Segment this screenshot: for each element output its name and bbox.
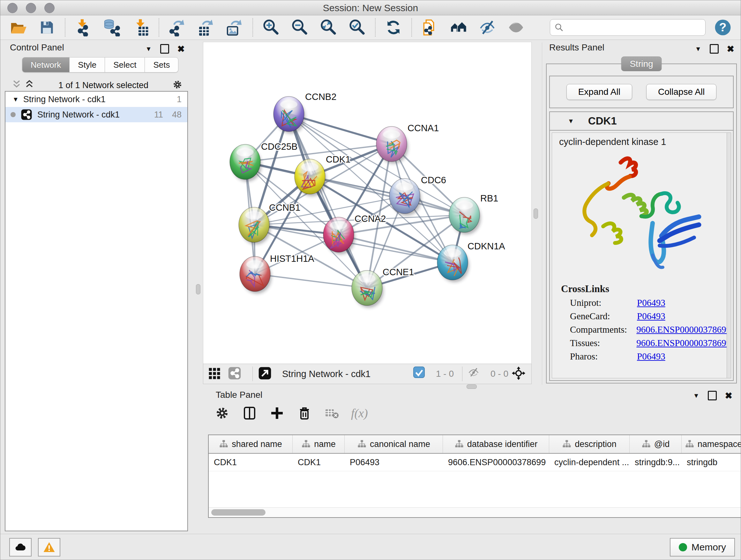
create-column-icon[interactable] bbox=[269, 405, 285, 422]
table-options-gear-icon[interactable] bbox=[214, 405, 230, 422]
float-panel-icon[interactable] bbox=[710, 44, 719, 54]
right-splitter-handle[interactable] bbox=[534, 208, 538, 219]
crosslink-link[interactable]: 9606.ENSP00000378699 bbox=[636, 324, 731, 335]
app-window: Session: New Session ? Control Panel ▼ ✖… bbox=[0, 0, 741, 560]
export-table-icon[interactable] bbox=[196, 18, 215, 37]
crosslink-label: GeneCard: bbox=[570, 311, 637, 321]
export-image-icon[interactable] bbox=[225, 18, 244, 37]
column-header-shared-name[interactable]: shared name bbox=[209, 435, 293, 453]
crosslink-link[interactable]: P06493 bbox=[637, 351, 665, 362]
tree-expand-icon[interactable]: ▼ bbox=[12, 96, 19, 103]
network-collection-row[interactable]: ▼ String Network - cdk1 1 bbox=[5, 91, 187, 107]
collection-count: 1 bbox=[177, 95, 182, 105]
network-options-gear-icon[interactable] bbox=[172, 79, 183, 91]
zoom-selected-icon[interactable] bbox=[347, 18, 367, 37]
svg-text:CDK1: CDK1 bbox=[326, 154, 350, 165]
import-network-file-icon[interactable] bbox=[74, 18, 93, 37]
float-panel-icon[interactable] bbox=[708, 391, 717, 400]
help-button[interactable]: ? bbox=[714, 18, 732, 37]
crosslink-row: Tissues:9606.ENSP00000378699 bbox=[570, 338, 731, 348]
hide-selected-icon[interactable] bbox=[478, 18, 497, 37]
delete-column-trash-icon[interactable] bbox=[296, 405, 313, 422]
tab-sets[interactable]: Sets bbox=[145, 57, 179, 72]
network-share-view-icon[interactable] bbox=[227, 366, 243, 381]
collapse-gene-icon[interactable]: ▼ bbox=[568, 118, 574, 125]
close-panel-icon[interactable]: ✖ bbox=[727, 44, 734, 54]
crosslink-row: Uniprot:P06493 bbox=[570, 298, 731, 308]
left-splitter-handle[interactable] bbox=[196, 284, 200, 294]
column-header-name[interactable]: name bbox=[293, 435, 345, 453]
selected-checkbox-icon[interactable] bbox=[413, 366, 428, 381]
show-all-icon[interactable] bbox=[507, 18, 526, 37]
detach-view-icon[interactable] bbox=[258, 366, 273, 381]
table-horizontal-scrollbar[interactable] bbox=[209, 507, 741, 517]
close-panel-icon[interactable]: ✖ bbox=[178, 44, 185, 54]
zoom-fit-icon[interactable] bbox=[319, 18, 338, 37]
tab-style[interactable]: Style bbox=[70, 57, 105, 72]
memory-button[interactable]: Memory bbox=[670, 538, 735, 557]
svg-text:HIST1H1A: HIST1H1A bbox=[270, 253, 314, 264]
control-panel: Control Panel ▼ ✖ NetworkStyleSelectSets… bbox=[3, 43, 189, 531]
save-session-icon[interactable] bbox=[37, 18, 57, 37]
close-panel-icon[interactable]: ✖ bbox=[725, 390, 732, 401]
delete-table-icon[interactable] bbox=[324, 405, 340, 422]
tab-select[interactable]: Select bbox=[105, 57, 145, 72]
panel-menu-icon[interactable]: ▼ bbox=[693, 392, 699, 399]
zoom-in-icon[interactable] bbox=[261, 18, 280, 37]
svg-text:CCNB1: CCNB1 bbox=[269, 202, 300, 212]
refresh-network-icon[interactable] bbox=[384, 18, 403, 37]
search-icon bbox=[554, 22, 564, 33]
gene-scrollbar[interactable] bbox=[727, 133, 731, 378]
svg-text:RB1: RB1 bbox=[480, 193, 498, 203]
function-builder-icon[interactable]: f(x) bbox=[351, 406, 368, 420]
svg-text:CDKN1A: CDKN1A bbox=[468, 241, 505, 251]
zoom-out-icon[interactable] bbox=[290, 18, 309, 37]
search-box[interactable] bbox=[550, 19, 705, 36]
scrollbar-thumb[interactable] bbox=[211, 509, 266, 516]
attribute-tree-icon bbox=[685, 439, 694, 449]
collapse-all-networks-icon[interactable] bbox=[24, 79, 35, 91]
open-session-icon[interactable] bbox=[9, 18, 28, 37]
crosslink-link[interactable]: P06493 bbox=[637, 298, 665, 308]
import-table-file-icon[interactable] bbox=[131, 18, 150, 37]
hidden-eye-icon[interactable] bbox=[468, 366, 483, 381]
new-network-from-selection-icon[interactable] bbox=[420, 18, 440, 37]
crosslink-link[interactable]: P06493 bbox=[637, 311, 665, 321]
expand-all-button[interactable]: Expand All bbox=[566, 84, 632, 100]
svg-text:CCNA1: CCNA1 bbox=[408, 123, 439, 133]
attribute-tree-icon bbox=[642, 439, 651, 449]
protein-structure-image bbox=[573, 150, 710, 277]
crosslink-label: Compartments: bbox=[570, 324, 636, 335]
search-input[interactable] bbox=[567, 22, 705, 33]
column-header-database-identifier[interactable]: database identifier bbox=[443, 435, 549, 453]
expand-all-networks-icon[interactable] bbox=[11, 79, 22, 91]
column-header-namespace[interactable]: namespace bbox=[682, 435, 741, 453]
string-home-icon[interactable] bbox=[449, 18, 468, 37]
network-view-canvas[interactable]: CCNB2CCNA1CDC25BCDK1CDC6RB1CCNB1CCNA2CDK… bbox=[203, 42, 532, 364]
panel-menu-icon[interactable]: ▼ bbox=[145, 45, 152, 53]
birds-eye-pan-icon[interactable] bbox=[512, 366, 527, 381]
view-network-title: String Network - cdk1 bbox=[282, 369, 370, 379]
tab-string[interactable]: String bbox=[621, 57, 662, 71]
svg-text:CCNE1: CCNE1 bbox=[383, 267, 414, 277]
column-header--id[interactable]: @id bbox=[630, 435, 682, 453]
float-panel-icon[interactable] bbox=[160, 44, 169, 54]
tab-network[interactable]: Network bbox=[22, 57, 70, 72]
warnings-button[interactable] bbox=[38, 538, 60, 557]
panel-menu-icon[interactable]: ▼ bbox=[695, 45, 701, 53]
export-network-icon[interactable] bbox=[167, 18, 187, 37]
collapse-all-button[interactable]: Collapse All bbox=[646, 84, 717, 100]
grid-view-icon[interactable] bbox=[208, 366, 223, 381]
node-table: shared namenamecanonical namedatabase id… bbox=[208, 435, 741, 518]
import-network-database-icon[interactable] bbox=[103, 18, 122, 37]
network-name: String Network - cdk1 bbox=[37, 110, 120, 120]
results-panel: Results Panel ▼ ✖ String Expand All Coll… bbox=[542, 43, 739, 385]
show-columns-icon[interactable] bbox=[241, 405, 258, 422]
crosslink-link[interactable]: 9606.ENSP00000378699 bbox=[636, 338, 731, 348]
gene-section-header[interactable]: ▼ CDK1 bbox=[550, 112, 733, 131]
column-header-description[interactable]: description bbox=[549, 435, 630, 453]
network-row[interactable]: String Network - cdk1 11 48 bbox=[5, 107, 187, 122]
cloud-status-button[interactable] bbox=[9, 538, 31, 557]
table-row[interactable]: CDK1CDK1P064939606.ENSP00000378699cyclin… bbox=[209, 454, 741, 471]
column-header-canonical-name[interactable]: canonical name bbox=[345, 435, 443, 453]
